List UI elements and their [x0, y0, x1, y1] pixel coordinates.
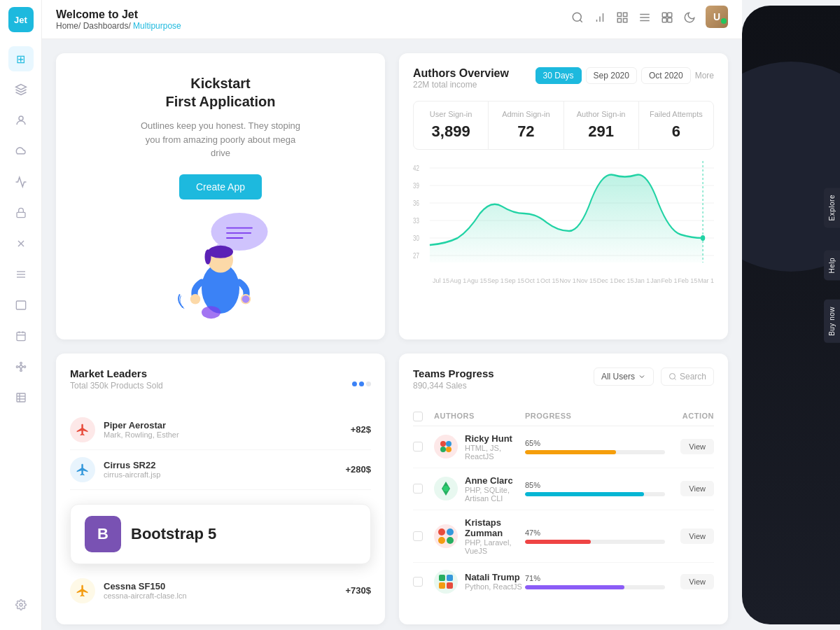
period-tab-oct[interactable]: Oct 2020: [641, 67, 691, 84]
period-tabs: 30 Days Sep 2020 Oct 2020 More: [536, 67, 714, 84]
svg-rect-38: [662, 13, 666, 17]
market-item-4: Cessna SF150 cessna-aircraft-clase.lcn +…: [70, 571, 371, 610]
row-1-checkbox[interactable]: [413, 484, 423, 493]
team-progress-3: 71%: [525, 574, 665, 589]
period-tab-sep[interactable]: Sep 2020: [586, 67, 637, 84]
sidebar-item-user[interactable]: [8, 108, 34, 133]
row-3-checkbox[interactable]: [413, 577, 423, 587]
line-chart: 42 39 36 33 30 27: [413, 161, 714, 273]
svg-point-0: [19, 116, 23, 120]
sidebar-item-layers[interactable]: [8, 77, 34, 102]
app-logo[interactable]: Jet: [8, 7, 34, 32]
teams-toolbar: All Users Search: [594, 368, 714, 386]
teams-search[interactable]: Search: [661, 368, 714, 386]
svg-rect-8: [17, 332, 25, 341]
svg-text:42: 42: [413, 164, 419, 172]
header-actions: U: [571, 6, 728, 34]
svg-point-16: [20, 370, 22, 372]
teams-table-header: AUTHORS PROGRESS ACTION: [413, 407, 714, 426]
svg-rect-41: [668, 18, 672, 22]
row-2-checkbox[interactable]: [413, 531, 423, 541]
period-more[interactable]: More: [695, 71, 714, 80]
all-users-select[interactable]: All Users: [594, 368, 654, 386]
svg-rect-40: [662, 18, 666, 22]
team-row-0: Ricky Hunt HTML, JS, ReactJS 65% View: [413, 426, 714, 468]
search-icon[interactable]: [571, 11, 584, 27]
chart-area: 42 39 36 33 30 27: [413, 161, 714, 287]
sidebar: Jet ⊞: [0, 0, 42, 630]
grid-icon[interactable]: [616, 11, 629, 27]
sidebar-item-box[interactable]: [8, 293, 34, 318]
dot-blue: [352, 382, 357, 386]
market-icon-piper: [70, 417, 95, 442]
market-header-icons: [352, 382, 371, 386]
bootstrap-promo-card[interactable]: B Bootstrap 5: [70, 504, 371, 564]
create-app-button[interactable]: Create App: [179, 174, 262, 200]
svg-rect-81: [447, 575, 453, 581]
view-button-2[interactable]: View: [680, 528, 714, 544]
row-0-checkbox[interactable]: [413, 442, 423, 451]
svg-rect-7: [16, 301, 25, 309]
svg-rect-39: [668, 13, 672, 17]
svg-point-14: [24, 366, 26, 368]
online-indicator: [721, 18, 727, 24]
svg-point-13: [20, 362, 22, 364]
header-title-area: Welcome to Jet Home/ Dashboards/ Multipu…: [56, 8, 181, 31]
header: Welcome to Jet Home/ Dashboards/ Multipu…: [42, 0, 742, 39]
market-leaders-card: Market Leaders Total 350k Products Sold …: [56, 354, 385, 624]
select-all-checkbox[interactable]: [413, 412, 423, 421]
kickstart-illustration: [158, 206, 284, 318]
sidebar-item-connect[interactable]: [8, 354, 34, 379]
svg-text:39: 39: [413, 182, 419, 190]
svg-point-79: [447, 537, 454, 544]
progress-bar-3: [525, 585, 665, 589]
bootstrap-text: Bootstrap 5: [131, 525, 216, 543]
teams-progress-card: Teams Progress 890,344 Sales All Users S…: [399, 354, 728, 624]
sidebar-item-chart[interactable]: [8, 169, 34, 195]
progress-bar-1: [525, 492, 665, 496]
kickstart-card: Kickstart First Application Outlines kee…: [56, 53, 385, 340]
explore-tab[interactable]: Explore: [824, 188, 840, 227]
help-tab[interactable]: Help: [824, 251, 840, 281]
kickstart-description: Outlines keep you honest. They stoping y…: [136, 119, 304, 160]
svg-point-71: [440, 441, 446, 447]
buy-now-tab[interactable]: Buy now: [824, 300, 840, 343]
svg-point-51: [190, 294, 200, 304]
moon-icon[interactable]: [683, 11, 696, 27]
svg-rect-21: [17, 393, 25, 402]
period-tab-30days[interactable]: 30 Days: [536, 67, 582, 84]
svg-point-49: [208, 245, 233, 258]
sidebar-item-list[interactable]: [8, 262, 34, 287]
sidebar-item-cloud[interactable]: [8, 139, 34, 164]
market-icon-cirrus: [70, 457, 95, 482]
view-button-3[interactable]: View: [680, 574, 714, 589]
sidebar-item-lock[interactable]: [8, 200, 34, 225]
view-button-1[interactable]: View: [680, 481, 714, 496]
svg-point-15: [16, 366, 18, 368]
main-area: Welcome to Jet Home/ Dashboards/ Multipu…: [42, 0, 742, 630]
svg-rect-31: [617, 13, 621, 16]
svg-point-77: [447, 528, 454, 536]
apps-icon[interactable]: [661, 11, 673, 27]
view-button-0[interactable]: View: [680, 439, 714, 454]
analytics-icon[interactable]: [594, 11, 606, 27]
menu-icon[interactable]: [638, 11, 651, 27]
sidebar-item-settings[interactable]: [8, 592, 34, 617]
svg-text:27: 27: [413, 252, 419, 260]
stat-failed-attempts: Failed Attempts 6: [639, 102, 713, 149]
user-avatar[interactable]: U: [706, 6, 728, 28]
team-avatar-0: [434, 435, 458, 458]
team-progress-2: 47%: [525, 528, 665, 544]
more-market-items: Cessna SF150 cessna-aircraft-clase.lcn +…: [70, 571, 371, 610]
sidebar-item-dashboard[interactable]: ⊞: [8, 46, 34, 71]
svg-rect-1: [17, 212, 25, 217]
svg-line-27: [580, 20, 582, 22]
stat-user-signin: User Sign-in 3,899: [414, 102, 489, 149]
breadcrumb: Home/ Dashboards/ Multipurpose: [56, 21, 181, 31]
sidebar-item-table[interactable]: [8, 385, 34, 410]
sidebar-item-calendar[interactable]: [8, 323, 34, 349]
team-progress-1: 85%: [525, 481, 665, 496]
dot-gray: [366, 382, 371, 386]
sidebar-item-close[interactable]: [8, 231, 34, 256]
progress-bar-2: [525, 540, 665, 544]
